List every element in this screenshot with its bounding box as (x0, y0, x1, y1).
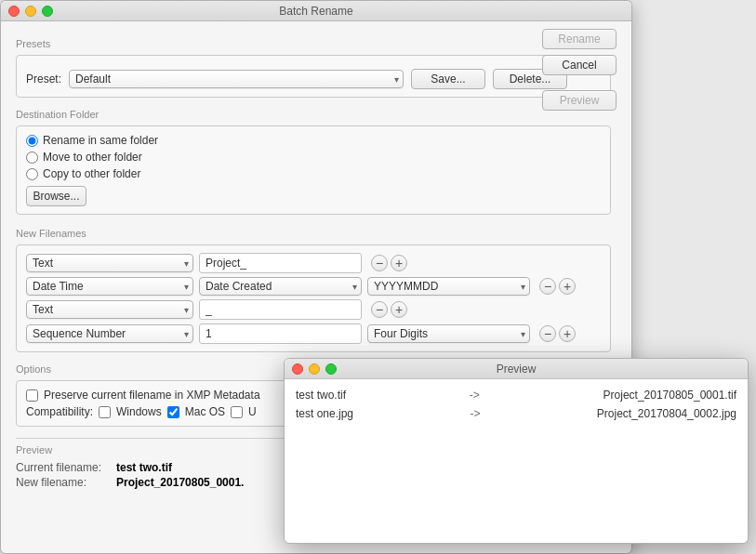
macos-label: Mac OS (185, 405, 225, 418)
presets-section: Presets Preset: Default Save... Delete..… (16, 38, 617, 98)
fn-type-select-4[interactable]: Text Date Time Sequence Number (26, 324, 193, 343)
fn-digits-wrapper: Four Digits One Digit Two Digits Three D… (367, 324, 530, 343)
preview-file-row-2: test one.jpg -> Project_20170804_0002.jp… (296, 407, 736, 420)
windows-label: Windows (116, 405, 162, 418)
preset-label: Preset: (26, 73, 61, 86)
right-buttons: Rename Cancel Preview (542, 29, 617, 111)
preview-window: Preview test two.tif -> Project_20170805… (284, 358, 749, 544)
preview-window-body: test two.tif -> Project_20170805_0001.ti… (285, 379, 748, 435)
fn-sequence-start-input[interactable] (199, 323, 362, 344)
destination-folder-section: Destination Folder Rename in same folder… (16, 109, 617, 215)
window-controls (8, 6, 53, 17)
fn-input-3[interactable] (199, 299, 362, 320)
fn-type-select-3[interactable]: Text Date Time Sequence Number (26, 300, 193, 319)
filename-row-3: Text Date Time Sequence Number − + (26, 299, 601, 320)
fn-type-select-wrapper-4: Text Date Time Sequence Number (26, 324, 193, 343)
remove-row-4-button[interactable]: − (539, 325, 556, 342)
preview-file-row-1: test two.tif -> Project_20170805_0001.ti… (296, 389, 736, 402)
move-other-folder-radio[interactable] (26, 152, 38, 164)
remove-row-3-button[interactable]: − (371, 301, 388, 318)
new-filenames-box: Text Date Time Sequence Number − + (16, 244, 611, 352)
move-other-folder-label: Move to other folder (43, 151, 142, 164)
filename-rows: Text Date Time Sequence Number − + (26, 253, 601, 344)
preview-maximize-button[interactable] (325, 363, 337, 375)
compatibility-label: Compatibility: (26, 405, 93, 418)
minimize-button[interactable] (25, 6, 36, 17)
fn-date-source-select[interactable]: Date Created Date Modified Date Taken (199, 277, 362, 296)
copy-other-folder-row: Copy to other folder (26, 167, 601, 180)
rename-same-folder-row: Rename in same folder (26, 134, 601, 147)
preview-arrow-2: -> (470, 407, 480, 420)
copy-other-folder-radio[interactable] (26, 168, 38, 180)
preview-window-controls (292, 363, 337, 375)
row-controls-3: − + (371, 301, 407, 318)
fn-input-1[interactable] (199, 253, 362, 273)
fn-date-source-wrapper: Date Created Date Modified Date Taken (199, 277, 362, 296)
move-other-folder-row: Move to other folder (26, 151, 601, 164)
current-filename-key: Current filename: (16, 461, 109, 474)
maximize-button[interactable] (42, 6, 53, 17)
row-controls-4: − + (539, 325, 576, 342)
add-row-1-button[interactable]: + (391, 255, 407, 271)
remove-row-2-button[interactable]: − (539, 278, 556, 295)
fn-type-select-wrapper-3: Text Date Time Sequence Number (26, 300, 193, 319)
window-title: Batch Rename (279, 5, 352, 18)
preview-original-2: test one.jpg (296, 407, 353, 420)
fn-date-format-select[interactable]: YYYYMMDD DDMMYYYY MMDDYYYY (367, 277, 530, 296)
windows-checkbox[interactable] (99, 406, 111, 418)
new-filename-key: New filename: (16, 476, 109, 489)
macos-checkbox[interactable] (167, 406, 179, 418)
presets-box: Preset: Default Save... Delete... (16, 55, 611, 98)
add-row-2-button[interactable]: + (559, 278, 576, 295)
preview-original-1: test two.tif (296, 389, 346, 402)
preview-close-button[interactable] (292, 363, 303, 375)
close-button[interactable] (8, 6, 20, 17)
preview-window-title: Preview (497, 363, 537, 376)
destination-folder-title: Destination Folder (16, 109, 617, 120)
fn-digits-select[interactable]: Four Digits One Digit Two Digits Three D… (367, 324, 530, 343)
row-controls-1: − + (371, 255, 407, 271)
preview-renamed-1: Project_20170805_0001.tif (603, 389, 736, 402)
title-bar: Batch Rename (1, 1, 631, 21)
preserve-xmp-label: Preserve current filename in XMP Metadat… (44, 389, 260, 402)
fn-date-format-wrapper: YYYYMMDD DDMMYYYY MMDDYYYY (367, 277, 530, 296)
preview-arrow-1: -> (470, 389, 480, 402)
filename-row-1: Text Date Time Sequence Number − + (26, 253, 601, 273)
new-filename-value: Project_20170805_0001. (116, 476, 244, 489)
rename-same-folder-radio[interactable] (26, 135, 38, 147)
preset-select-wrapper: Default (69, 70, 404, 88)
row-controls-2: − + (539, 278, 576, 295)
rename-same-folder-label: Rename in same folder (43, 134, 158, 147)
destination-folder-box: Rename in same folder Move to other fold… (16, 125, 611, 215)
fn-type-select-wrapper-2: Text Date Time Sequence Number (26, 277, 193, 296)
add-row-4-button[interactable]: + (559, 325, 576, 342)
fn-type-select-2[interactable]: Text Date Time Sequence Number (26, 277, 193, 296)
filename-row-4: Text Date Time Sequence Number Four Digi… (26, 323, 601, 344)
destination-radio-group: Rename in same folder Move to other fold… (26, 134, 601, 180)
preset-select[interactable]: Default (69, 70, 404, 88)
new-filenames-title: New Filenames (16, 228, 617, 239)
current-filename-value: test two.tif (116, 461, 172, 474)
preview-minimize-button[interactable] (309, 363, 320, 375)
presets-title: Presets (16, 38, 617, 49)
remove-row-1-button[interactable]: − (371, 255, 388, 271)
fn-type-select-wrapper-1: Text Date Time Sequence Number (26, 254, 193, 272)
preview-button[interactable]: Preview (542, 90, 617, 111)
copy-other-folder-label: Copy to other folder (43, 167, 140, 180)
linux-checkbox[interactable] (231, 406, 243, 418)
cancel-button[interactable]: Cancel (542, 55, 617, 75)
save-button[interactable]: Save... (411, 69, 485, 89)
filename-row-2: Text Date Time Sequence Number Date Crea… (26, 277, 601, 296)
presets-row: Preset: Default Save... Delete... (26, 69, 601, 89)
browse-button[interactable]: Browse... (26, 186, 86, 206)
new-filenames-section: New Filenames Text Date Time Sequence Nu… (16, 228, 617, 352)
preview-window-title-bar: Preview (285, 359, 748, 379)
preserve-xmp-checkbox[interactable] (26, 389, 38, 402)
rename-button[interactable]: Rename (542, 29, 617, 49)
fn-type-select-1[interactable]: Text Date Time Sequence Number (26, 254, 193, 272)
preview-renamed-2: Project_20170804_0002.jpg (597, 407, 736, 420)
linux-label: U (248, 405, 257, 418)
add-row-3-button[interactable]: + (391, 301, 407, 318)
